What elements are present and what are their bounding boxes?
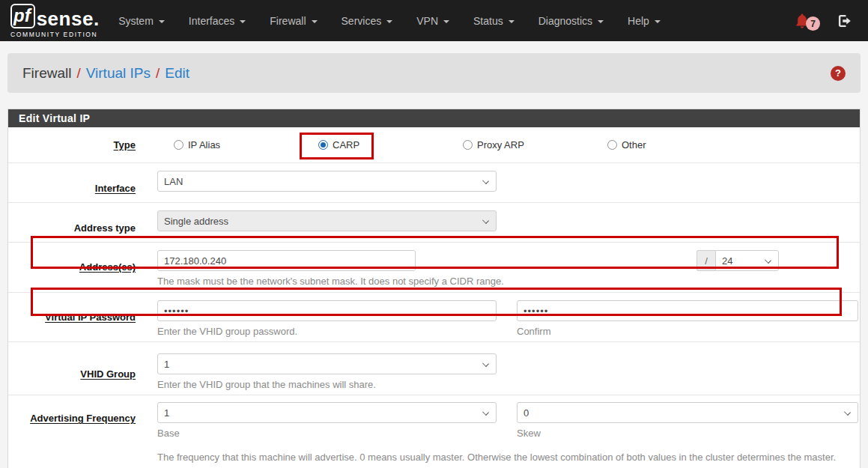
caret-down-icon xyxy=(240,20,246,23)
panel-title: Edit Virtual IP xyxy=(8,109,860,127)
radio-ip-alias[interactable]: IP Alias xyxy=(174,139,318,151)
caret-down-icon xyxy=(509,20,515,23)
radio-button-icon xyxy=(174,140,183,150)
chevron-down-icon xyxy=(482,409,489,416)
menu-system[interactable]: System xyxy=(106,0,177,41)
password-confirm-input[interactable] xyxy=(517,300,858,321)
sign-out-button[interactable] xyxy=(837,13,853,29)
breadcrumb-separator: / xyxy=(71,65,85,82)
help-icon[interactable]: ? xyxy=(831,66,846,81)
chevron-down-icon xyxy=(482,177,489,184)
mask-prefix: / xyxy=(696,250,715,271)
vhid-select[interactable]: 1 xyxy=(157,353,497,374)
caret-down-icon xyxy=(159,20,165,23)
radio-other[interactable]: Other xyxy=(607,139,752,151)
type-row: Type IP Alias CARP Proxy ARP Other xyxy=(8,127,860,163)
edit-virtual-ip-panel: Edit Virtual IP Type IP Alias CARP Proxy… xyxy=(7,109,861,468)
address-input[interactable] xyxy=(157,250,416,271)
password-label: Virtual IP Password xyxy=(45,312,136,323)
addresses-help: The mask must be the network's subnet ma… xyxy=(157,276,860,287)
vhid-help: Enter the VHID group that the machines w… xyxy=(157,379,860,390)
address-type-label: Address type xyxy=(74,222,136,234)
menu-firewall[interactable]: Firewall xyxy=(258,0,329,41)
caret-down-icon xyxy=(443,20,449,23)
password-help: Enter the VHID group password. xyxy=(157,326,497,337)
menu-diagnostics[interactable]: Diagnostics xyxy=(526,0,616,41)
radio-carp[interactable]: CARP xyxy=(318,139,463,151)
mask-select[interactable]: 24 xyxy=(715,250,779,271)
advertising-frequency-help: The frequency that this machine will adv… xyxy=(157,451,860,464)
radio-button-icon xyxy=(463,140,473,150)
notification-badge: 7 xyxy=(806,16,820,31)
caret-down-icon xyxy=(598,20,604,23)
breadcrumb: Firewall / Virtual IPs / Edit ? xyxy=(7,53,861,93)
password-confirm-help: Confirm xyxy=(517,326,858,337)
vhid-row: VHID Group 1 Enter the VHID group that t… xyxy=(8,342,860,395)
password-input[interactable] xyxy=(157,300,497,321)
menu-help[interactable]: Help xyxy=(616,0,673,41)
address-type-row: Address type Single address xyxy=(8,203,860,243)
chevron-down-icon xyxy=(482,360,489,367)
menu-services[interactable]: Services xyxy=(330,0,405,41)
skew-select[interactable]: 0 xyxy=(517,402,858,423)
radio-proxy-arp[interactable]: Proxy ARP xyxy=(463,139,607,151)
chevron-down-icon xyxy=(482,217,489,224)
logo-sense-text: sense xyxy=(37,9,94,28)
address-type-select: Single address xyxy=(157,210,497,231)
radio-button-icon xyxy=(607,140,617,150)
breadcrumb-virtual-ips[interactable]: Virtual IPs xyxy=(86,65,151,82)
interface-select[interactable]: LAN xyxy=(157,171,497,192)
base-select[interactable]: 1 xyxy=(157,402,497,423)
menu-interfaces[interactable]: Interfaces xyxy=(177,0,258,41)
addresses-row: Address(es) / 24 The mask must be the ne… xyxy=(8,243,860,293)
base-help: Base xyxy=(157,428,497,439)
caret-down-icon xyxy=(386,20,392,23)
logo-dot: . xyxy=(94,9,99,28)
chevron-down-icon xyxy=(765,257,771,264)
breadcrumb-separator: / xyxy=(151,65,165,82)
pfsense-logo[interactable]: pfsense. COMMUNITY EDITION xyxy=(10,4,99,38)
interface-row: Interface LAN xyxy=(8,163,860,203)
advertising-frequency-row: Advertising Frequency 1 Base 0 Skew xyxy=(8,395,860,464)
advertising-frequency-label: Advertising Frequency xyxy=(30,413,136,424)
sign-out-icon xyxy=(837,13,853,29)
notifications-button[interactable]: 7 xyxy=(795,10,820,31)
main-menu: System Interfaces Firewall Services VPN … xyxy=(106,0,673,41)
caret-down-icon xyxy=(655,20,661,23)
menu-vpn[interactable]: VPN xyxy=(404,0,461,41)
chevron-down-icon xyxy=(844,409,851,416)
addresses-label: Address(es) xyxy=(79,261,136,273)
password-row: Virtual IP Password Enter the VHID group… xyxy=(8,293,860,342)
skew-help: Skew xyxy=(517,428,858,439)
breadcrumb-firewall: Firewall xyxy=(22,65,71,82)
menu-status[interactable]: Status xyxy=(461,0,526,41)
breadcrumb-edit[interactable]: Edit xyxy=(165,65,189,82)
radio-button-icon xyxy=(318,140,328,150)
caret-down-icon xyxy=(312,20,318,23)
top-navbar: pfsense. COMMUNITY EDITION System Interf… xyxy=(0,0,868,41)
logo-pf-mark: pf xyxy=(10,4,35,28)
logo-subtitle: COMMUNITY EDITION xyxy=(10,31,99,38)
type-label: Type xyxy=(114,139,136,151)
vhid-label: VHID Group xyxy=(80,368,136,380)
interface-label: Interface xyxy=(95,183,136,194)
